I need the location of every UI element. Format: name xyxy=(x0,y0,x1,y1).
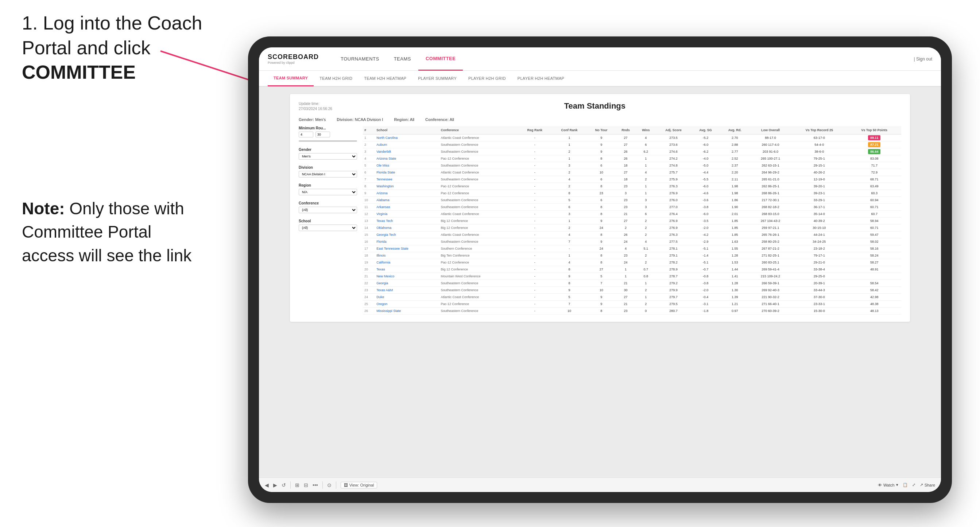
cell-pts: 58.24 xyxy=(847,252,901,259)
cell-wins: 6 xyxy=(636,211,656,217)
cell-rnds: 23 xyxy=(615,204,636,211)
cell-school[interactable]: Ole Miss xyxy=(375,162,439,169)
sign-out-link[interactable]: | Sign out xyxy=(914,57,932,62)
cell-pts: 48.91 xyxy=(847,266,901,273)
toolbar-clipboard-action[interactable]: 📋 xyxy=(903,483,908,487)
cell-avg-sg: -2.0 xyxy=(691,224,720,232)
cell-reg-rank: - xyxy=(518,224,552,232)
cell-no-tour: 24 xyxy=(587,245,615,252)
toolbar-clock-icon[interactable]: ⊙ xyxy=(327,482,331,488)
toolbar-expand-action[interactable]: ⤢ xyxy=(912,483,915,487)
filter-slider-min-rou[interactable] xyxy=(299,140,357,142)
cell-reg-rank: - xyxy=(518,252,552,259)
sub-nav-player-h2h-heatmap[interactable]: PLAYER H2H HEATMAP xyxy=(512,70,570,86)
toolbar-view-btn[interactable]: 🖼 View: Original xyxy=(340,482,377,488)
standings-table: # School Conference Reg Rank Conf Rank N… xyxy=(363,126,901,314)
cell-conf-rank: - xyxy=(552,245,587,252)
toolbar-forward-icon[interactable]: ▶ xyxy=(273,482,277,488)
cell-school[interactable]: Arizona xyxy=(375,190,439,197)
cell-no-tour: 10 xyxy=(587,287,615,294)
cell-school[interactable]: Georgia xyxy=(375,280,439,287)
min-rou-input-max[interactable] xyxy=(315,132,330,137)
cell-avg-rd: 2.70 xyxy=(720,135,750,141)
col-vs-top: Vs Top Record 25 xyxy=(791,126,847,135)
cell-school[interactable]: Illinois xyxy=(375,252,439,259)
cell-rank: 25 xyxy=(363,301,375,308)
cell-adj-score: 278.7 xyxy=(656,273,691,280)
toolbar-expand-icon: ⤢ xyxy=(912,483,915,487)
cell-avg-sg: -1.8 xyxy=(691,308,720,314)
cell-school[interactable]: Virginia xyxy=(375,211,439,217)
filter-select-region[interactable]: N/A xyxy=(299,189,357,195)
cell-adj-score: 276.9 xyxy=(656,217,691,224)
cell-reg-rank: - xyxy=(518,245,552,252)
toolbar-grid-icon[interactable]: ⊟ xyxy=(304,482,308,488)
cell-low: 271 66-40-1 xyxy=(750,301,791,308)
sub-nav-team-summary[interactable]: TEAM SUMMARY xyxy=(268,70,313,86)
cell-school[interactable]: New Mexico xyxy=(375,273,439,280)
filter-select-gender[interactable]: Men's Women's xyxy=(299,153,357,160)
cell-conference: Southeastern Conference xyxy=(439,162,518,169)
sub-nav-team-h2h-grid[interactable]: TEAM H2H GRID xyxy=(313,70,358,86)
cell-school[interactable]: East Tennessee State xyxy=(375,245,439,252)
cell-conference: Pac-12 Conference xyxy=(439,183,518,190)
sub-nav-player-summary[interactable]: PLAYER SUMMARY xyxy=(412,70,463,86)
cell-conference: Pac-12 Conference xyxy=(439,155,518,162)
cell-school[interactable]: California xyxy=(375,259,439,266)
nav-item-teams[interactable]: TEAMS xyxy=(387,48,418,71)
cell-school[interactable]: Florida xyxy=(375,238,439,245)
cell-school[interactable]: Georgia Tech xyxy=(375,232,439,238)
nav-item-committee[interactable]: COMMITTEE xyxy=(418,48,463,71)
cell-no-tour: 9 xyxy=(587,301,615,308)
cell-school[interactable]: Mississippi State xyxy=(375,308,439,314)
toolbar-bookmark-icon[interactable]: ⊞ xyxy=(295,482,299,488)
sub-nav-team-h2h-heatmap[interactable]: TEAM H2H HEATMAP xyxy=(358,70,412,86)
cell-school[interactable]: Tennessee xyxy=(375,176,439,183)
cell-vs-top: 44-24-1 xyxy=(791,232,847,238)
filter-select-conference[interactable]: (All) xyxy=(299,206,357,213)
filter-select-school[interactable]: (All) xyxy=(299,224,357,231)
toolbar-reload-icon[interactable]: ↺ xyxy=(282,482,286,488)
min-rou-input-min[interactable] xyxy=(299,132,313,137)
toolbar-watch-action[interactable]: 👁 Watch ▾ xyxy=(878,483,898,487)
cell-rank: 23 xyxy=(363,287,375,294)
cell-rank: 5 xyxy=(363,162,375,169)
cell-low: 258 80-25-2 xyxy=(750,238,791,245)
cell-school[interactable]: Florida State xyxy=(375,169,439,176)
cell-rnds: 27 xyxy=(615,169,636,176)
cell-school[interactable]: Texas Tech xyxy=(375,217,439,224)
toolbar-back-icon[interactable]: ◀ xyxy=(265,482,269,488)
cell-wins: 3 xyxy=(636,204,656,211)
cell-rank: 10 xyxy=(363,197,375,204)
main-table-area: # School Conference Reg Rank Conf Rank N… xyxy=(363,126,901,314)
cell-school[interactable]: Vanderbilt xyxy=(375,148,439,155)
sub-nav-player-h2h-grid[interactable]: PLAYER H2H GRID xyxy=(463,70,512,86)
cell-avg-sg: -4.2 xyxy=(691,232,720,238)
cell-school[interactable]: Oregon xyxy=(375,301,439,308)
cell-reg-rank: - xyxy=(518,190,552,197)
nav-item-tournaments[interactable]: TOURNAMENTS xyxy=(333,48,387,71)
cell-school[interactable]: Oklahoma xyxy=(375,224,439,232)
cell-conference: Southeastern Conference xyxy=(439,148,518,155)
cell-school[interactable]: North Carolina xyxy=(375,135,439,141)
cell-no-tour: 7 xyxy=(587,280,615,287)
cell-wins: 2 xyxy=(636,232,656,238)
filter-select-division[interactable]: NCAA Division I xyxy=(299,171,357,178)
cell-conference: Southeastern Conference xyxy=(439,197,518,204)
cell-pts: 68.71 xyxy=(847,176,901,183)
cell-school[interactable]: Arizona State xyxy=(375,155,439,162)
cell-school[interactable]: Arkansas xyxy=(375,204,439,211)
cell-school[interactable]: Auburn xyxy=(375,141,439,148)
toolbar-dots-icon[interactable]: ••• xyxy=(313,482,318,488)
cell-school[interactable]: Alabama xyxy=(375,197,439,204)
cell-school[interactable]: Texas xyxy=(375,266,439,273)
cell-school[interactable]: Duke xyxy=(375,294,439,301)
toolbar-clipboard-icon: 📋 xyxy=(903,483,908,487)
toolbar-share-action[interactable]: ↗ Share xyxy=(920,483,935,487)
cell-conf-rank: 2 xyxy=(552,169,587,176)
toolbar-watch-label: Watch xyxy=(883,483,895,487)
cell-school[interactable]: Texas A&M xyxy=(375,287,439,294)
cell-avg-sg: -5.2 xyxy=(691,135,720,141)
cell-school[interactable]: Washington xyxy=(375,183,439,190)
cell-wins: 1 xyxy=(636,183,656,190)
